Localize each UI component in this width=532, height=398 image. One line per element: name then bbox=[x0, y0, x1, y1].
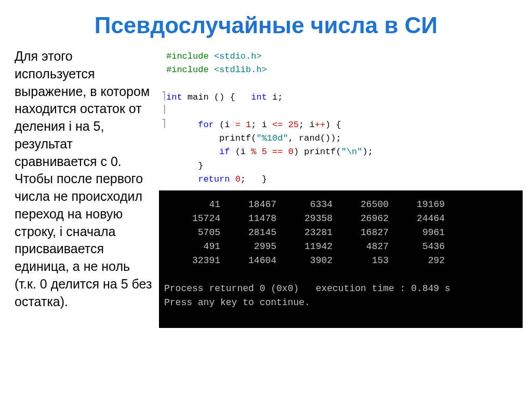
console-status-line: Process returned 0 (0x0) execution time … bbox=[164, 282, 517, 296]
content-area: Для этого используется выражение, в кото… bbox=[0, 48, 532, 328]
console-status-line: Press any key to continue. bbox=[164, 296, 517, 310]
console-row: 5705 28145 23281 16827 9961 bbox=[164, 226, 517, 240]
description-text: Для этого используется выражение, в кото… bbox=[15, 48, 159, 328]
console-output: 41 18467 6334 26500 19169 15724 11478 29… bbox=[159, 190, 523, 328]
right-panel: #include <stdio.h> #include <stdlib.h> ⎤… bbox=[159, 48, 523, 328]
code-block: #include <stdio.h> #include <stdlib.h> ⎤… bbox=[159, 48, 523, 190]
console-row: 41 18467 6334 26500 19169 bbox=[164, 198, 517, 212]
console-row: 32391 14604 3902 153 292 bbox=[164, 254, 517, 268]
console-row: 15724 11478 29358 26962 24464 bbox=[164, 212, 517, 226]
console-row: 491 2995 11942 4827 5436 bbox=[164, 240, 517, 254]
page-title: Псевдослучайные числа в СИ bbox=[0, 0, 532, 48]
